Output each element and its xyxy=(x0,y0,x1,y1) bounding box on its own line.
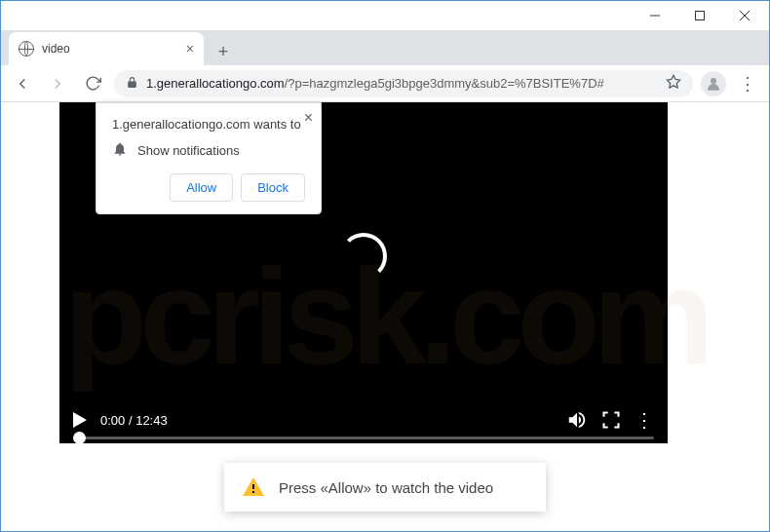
forward-button[interactable] xyxy=(44,70,71,97)
window-close-button[interactable] xyxy=(722,1,767,30)
svg-rect-1 xyxy=(696,12,705,20)
address-bar[interactable]: 1.generallocationgo.com/?p=hazgmzlega5gi… xyxy=(114,70,693,97)
volume-button[interactable] xyxy=(566,409,588,431)
browser-window: video × + 1.generallocationgo.com/?p=haz… xyxy=(0,0,770,532)
popup-option-row: Show notifications xyxy=(112,141,305,160)
notification-permission-popup: × 1.generallocationgo.com wants to Show … xyxy=(96,102,322,214)
tab-title: video xyxy=(42,42,178,56)
progress-track xyxy=(73,437,654,439)
play-button[interactable] xyxy=(73,412,87,428)
video-more-button[interactable]: ⋮ xyxy=(635,408,654,432)
window-titlebar xyxy=(1,1,769,30)
lock-icon xyxy=(126,76,138,92)
video-progress-bar[interactable] xyxy=(73,437,654,439)
tab-close-button[interactable]: × xyxy=(186,41,194,57)
bell-icon xyxy=(112,141,128,160)
block-button[interactable]: Block xyxy=(241,173,305,202)
svg-marker-4 xyxy=(667,75,679,88)
popup-option-text: Show notifications xyxy=(137,143,240,158)
new-tab-button[interactable]: + xyxy=(210,38,237,65)
page-content: 0:00 / 12:43 ⋮ × 1.generallocationgo.com… xyxy=(1,102,769,531)
window-minimize-button[interactable] xyxy=(633,1,677,30)
popup-heading: 1.generallocationgo.com wants to xyxy=(112,117,305,132)
bottom-message-bar: Press «Allow» to watch the video xyxy=(224,463,546,512)
svg-point-5 xyxy=(711,78,716,84)
browser-toolbar: 1.generallocationgo.com/?p=hazgmzlega5gi… xyxy=(1,65,769,102)
fullscreen-button[interactable] xyxy=(601,410,621,430)
window-maximize-button[interactable] xyxy=(677,1,722,30)
browser-tab[interactable]: video × xyxy=(9,32,204,65)
url-text: 1.generallocationgo.com/?p=hazgmzlega5gi… xyxy=(146,76,658,91)
bookmark-star-icon[interactable] xyxy=(666,74,681,93)
reload-button[interactable] xyxy=(79,70,106,97)
browser-menu-button[interactable]: ⋮ xyxy=(734,70,761,97)
bottom-message-text: Press «Allow» to watch the video xyxy=(279,479,493,496)
globe-icon xyxy=(19,41,34,57)
allow-button[interactable]: Allow xyxy=(170,173,233,202)
back-button[interactable] xyxy=(9,70,36,97)
popup-close-button[interactable]: × xyxy=(304,109,313,127)
popup-actions: Allow Block xyxy=(112,173,305,202)
video-time: 0:00 / 12:43 xyxy=(100,413,168,428)
warning-icon xyxy=(242,475,265,499)
profile-avatar[interactable] xyxy=(701,71,726,96)
tab-strip: video × + xyxy=(1,30,769,65)
progress-thumb[interactable] xyxy=(73,432,86,444)
loading-spinner-icon xyxy=(340,233,387,280)
